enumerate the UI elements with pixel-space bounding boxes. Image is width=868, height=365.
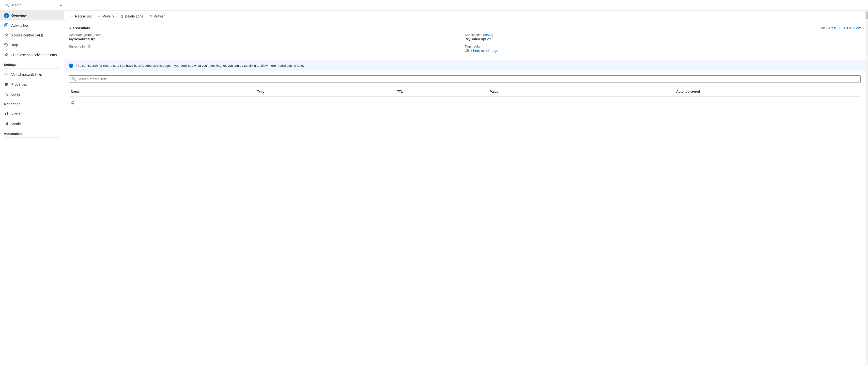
search-box[interactable]: 🔍 — [3, 2, 57, 8]
view-cost-link[interactable]: View Cost — [821, 26, 836, 30]
sidebar-activity-log-label: Activity log — [11, 23, 28, 27]
scrollbar-thumb — [866, 11, 868, 19]
essentials-title-text: Essentials — [73, 26, 90, 30]
refresh-label: Refresh — [154, 14, 165, 18]
settings-section-title: Settings — [0, 60, 64, 67]
essentials-title: ∧ Essentials — [69, 26, 90, 30]
table-row[interactable]: @ ··· — [69, 97, 861, 109]
sidebar-access-control-label: Access control (IAM) — [11, 33, 43, 37]
svg-point-5 — [7, 34, 8, 35]
tags-add-link[interactable]: Click here to add tags — [465, 49, 498, 53]
subscription-value: .MySubscription — [465, 37, 861, 41]
svg-rect-14 — [5, 83, 8, 84]
subscription-label: Subscription (move) — [465, 33, 861, 37]
json-view-link[interactable]: JSON View — [843, 26, 861, 30]
sidebar-item-locks[interactable]: Locks — [0, 89, 64, 99]
tags-edit-link[interactable]: edit — [473, 45, 478, 48]
col-name: Name — [69, 89, 255, 94]
sidebar-diagnose-label: Diagnose and solve problems — [11, 53, 57, 57]
info-message: You can search for record sets that have… — [76, 63, 304, 68]
delete-zone-button[interactable]: 🗑 Delete zone — [118, 13, 146, 20]
row-name: @ — [69, 100, 255, 106]
sidebar-item-metrics[interactable]: Metrics — [0, 119, 64, 129]
sidebar-tags-label: Tags — [11, 43, 19, 47]
subscription-id-field: Subscription ID — [69, 45, 465, 53]
sidebar-item-tags[interactable]: Tags — [0, 40, 64, 50]
network-icon — [4, 72, 9, 77]
svg-point-8 — [5, 74, 5, 75]
activity-log-icon — [4, 23, 9, 28]
svg-point-6 — [5, 44, 6, 45]
collapse-sidebar-button[interactable]: « — [59, 2, 63, 8]
sidebar-item-virtual-network-links[interactable]: Virtual network links — [0, 70, 64, 80]
info-icon: i — [69, 63, 73, 68]
svg-rect-23 — [7, 122, 8, 125]
plus-icon: ＋ — [70, 14, 74, 19]
properties-icon — [4, 82, 9, 87]
svg-rect-16 — [5, 85, 7, 86]
sidebar-item-activity-log[interactable]: Activity log — [0, 21, 64, 30]
essentials-separator: | — [839, 26, 840, 30]
svg-rect-15 — [5, 84, 8, 85]
resource-group-move-link[interactable]: move — [93, 33, 101, 37]
search-record-sets-box[interactable]: 🔍 — [69, 75, 861, 83]
record-set-label: Record set — [75, 14, 92, 18]
sidebar-overview-label: Overview — [11, 13, 27, 18]
info-banner: i You can search for record sets that ha… — [64, 60, 866, 72]
sidebar-alerts-label: Alerts — [11, 112, 20, 116]
search-input[interactable] — [10, 3, 55, 7]
lock-icon — [4, 92, 9, 97]
alert-icon — [4, 112, 9, 116]
sidebar-vnet-links-label: Virtual network links — [11, 73, 42, 77]
subscription-id-label: Subscription ID — [69, 45, 465, 48]
monitoring-section-title: Monitoring — [0, 99, 64, 107]
delete-zone-label: Delete zone — [125, 14, 144, 18]
main-layout: ⊙ Overview Activity log — [0, 10, 868, 365]
sidebar: ⊙ Overview Activity log — [0, 10, 64, 365]
sidebar-item-access-control[interactable]: Access control (IAM) — [0, 30, 64, 40]
subscription-move-link[interactable]: move — [485, 33, 492, 37]
sidebar-properties-label: Properties — [11, 83, 27, 86]
table-header: Name Type TTL Value Auto registered — [69, 87, 861, 97]
svg-point-4 — [6, 34, 7, 35]
monitoring-divider — [4, 108, 60, 108]
col-value: Value — [488, 89, 674, 94]
sidebar-metrics-label: Metrics — [11, 122, 22, 126]
row-value — [488, 102, 674, 104]
search-record-sets-input[interactable] — [78, 77, 858, 81]
resource-group-value: MyResourceGrp — [69, 37, 465, 41]
svg-point-9 — [8, 74, 8, 75]
sidebar-item-alerts[interactable]: Alerts — [0, 109, 64, 119]
col-ttl: TTL — [395, 89, 488, 94]
access-control-icon — [4, 33, 9, 38]
tags-label: Tags (edit) — [465, 45, 861, 48]
content-scroll-container: ＋ Record set → Move ∨ 🗑 Delete zone ↻ Re… — [64, 10, 868, 365]
move-label: Move — [102, 14, 111, 18]
record-sets-section: 🔍 Name Type TTL Value Auto registered @ — [64, 72, 866, 113]
tag-icon — [4, 43, 9, 48]
chevron-up-icon: ∧ — [69, 26, 71, 30]
row-more-actions-button[interactable]: ··· — [852, 100, 859, 106]
col-type: Type — [255, 89, 395, 94]
svg-rect-20 — [7, 112, 8, 115]
row-auto-registered: ··· — [674, 99, 861, 107]
automation-divider — [4, 137, 60, 138]
svg-rect-19 — [5, 113, 6, 115]
svg-point-18 — [6, 95, 7, 95]
move-button[interactable]: → Move ∨ — [95, 13, 117, 20]
diagnose-icon — [4, 53, 9, 57]
arrow-right-icon: → — [98, 14, 101, 18]
essentials-grid: Resource group (move) MyResourceGrp Subs… — [69, 33, 861, 56]
search-record-sets-icon: 🔍 — [71, 77, 76, 81]
overview-icon: ⊙ — [4, 13, 9, 18]
refresh-button[interactable]: ↻ Refresh — [147, 13, 168, 20]
sidebar-item-overview[interactable]: ⊙ Overview — [0, 10, 64, 21]
svg-rect-21 — [5, 124, 5, 125]
sidebar-item-diagnose[interactable]: Diagnose and solve problems — [0, 50, 64, 60]
row-type — [255, 102, 395, 104]
resource-group-field: Resource group (move) MyResourceGrp — [69, 33, 465, 41]
svg-point-7 — [6, 74, 7, 75]
add-record-set-button[interactable]: ＋ Record set — [68, 12, 94, 20]
sidebar-item-properties[interactable]: Properties — [0, 80, 64, 89]
automation-section-title: Automation — [0, 129, 64, 136]
